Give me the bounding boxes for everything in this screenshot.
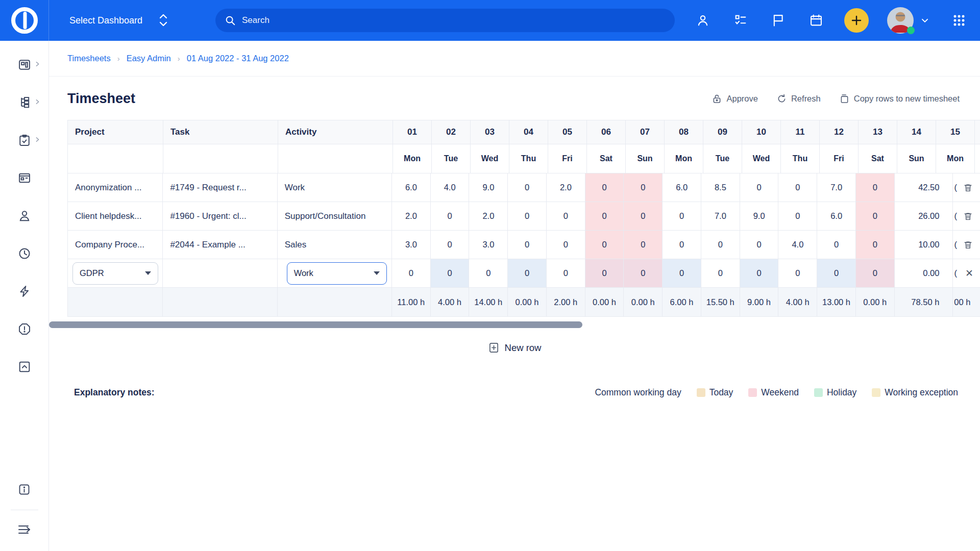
day-cell[interactable]: 0 bbox=[856, 173, 895, 202]
day-cell[interactable]: 6.0 bbox=[663, 173, 701, 202]
breadcrumb-easy-admin[interactable]: Easy Admin bbox=[127, 54, 171, 63]
day-cell[interactable]: 0 bbox=[856, 231, 895, 259]
delete-row-button[interactable] bbox=[963, 183, 973, 193]
sidebar-item-projects[interactable] bbox=[0, 95, 49, 133]
day-cell[interactable]: 0 bbox=[585, 259, 624, 288]
activity-select[interactable]: Work bbox=[287, 262, 387, 285]
clipped-fragment: ( bbox=[954, 240, 957, 249]
checklist-icon[interactable] bbox=[733, 13, 748, 28]
day-cell[interactable]: 0 bbox=[508, 231, 547, 259]
user-icon[interactable] bbox=[695, 13, 710, 28]
day-cell[interactable]: 0 bbox=[663, 259, 701, 288]
day-cell[interactable]: 0 bbox=[778, 259, 817, 288]
day-cell[interactable]: 0 bbox=[624, 202, 663, 231]
sidebar-item-modules[interactable] bbox=[0, 171, 49, 209]
sidebar-item-archive[interactable] bbox=[0, 360, 49, 397]
search-bar[interactable] bbox=[215, 9, 675, 32]
day-cell[interactable]: 0 bbox=[508, 202, 547, 231]
day-cell[interactable]: 6.0 bbox=[817, 202, 856, 231]
day-cell[interactable]: 8.5 bbox=[701, 173, 740, 202]
sidebar-item-quick-actions[interactable] bbox=[0, 284, 49, 322]
day-cell[interactable]: 0 bbox=[740, 231, 779, 259]
day-cell[interactable]: 0 bbox=[585, 202, 624, 231]
day-cell[interactable]: 0 bbox=[701, 231, 740, 259]
approve-button[interactable]: Approve bbox=[712, 93, 757, 104]
day-cell[interactable]: 0 bbox=[469, 259, 508, 288]
day-cell[interactable]: 0 bbox=[778, 173, 817, 202]
sidebar-item-users[interactable] bbox=[0, 209, 49, 246]
delete-row-button[interactable] bbox=[963, 211, 973, 221]
day-cell[interactable]: 0 bbox=[817, 259, 856, 288]
day-cell[interactable]: 4.0 bbox=[431, 173, 470, 202]
sidebar-item-alerts[interactable] bbox=[0, 322, 49, 360]
day-cell[interactable]: 0 bbox=[701, 259, 740, 288]
day-cell[interactable]: 0 bbox=[740, 259, 779, 288]
day-cell[interactable]: 0 bbox=[508, 173, 547, 202]
chevron-down-icon[interactable] bbox=[920, 15, 930, 26]
day-cell[interactable]: 0 bbox=[547, 259, 585, 288]
sidebar-item-tasks[interactable] bbox=[0, 133, 49, 171]
lock-icon bbox=[712, 93, 722, 104]
day-cell[interactable]: 0 bbox=[431, 202, 470, 231]
day-cell[interactable]: 3.0 bbox=[469, 231, 508, 259]
day-cell[interactable]: 0 bbox=[431, 231, 470, 259]
main-content: Timesheets › Easy Admin › 01 Aug 2022 - … bbox=[49, 41, 980, 551]
day-cell[interactable]: 2.0 bbox=[392, 202, 431, 231]
day-cell[interactable]: 0 bbox=[740, 173, 779, 202]
search-input[interactable] bbox=[242, 15, 640, 26]
add-button[interactable] bbox=[844, 8, 869, 33]
day-cell[interactable]: 0 bbox=[856, 259, 895, 288]
breadcrumb-date-range[interactable]: 01 Aug 2022 - 31 Aug 2022 bbox=[187, 54, 289, 63]
day-cell[interactable]: 7.0 bbox=[817, 173, 856, 202]
day-cell[interactable]: 0 bbox=[585, 231, 624, 259]
day-cell[interactable]: 3.0 bbox=[392, 231, 431, 259]
day-cell[interactable]: 9.0 bbox=[469, 173, 508, 202]
sidebar-item-info[interactable] bbox=[17, 483, 31, 496]
day-total-cell: 6.00 h bbox=[663, 288, 701, 317]
avatar[interactable] bbox=[887, 7, 914, 34]
breadcrumb-timesheets[interactable]: Timesheets bbox=[67, 54, 111, 63]
timesheet-row: Company Proce...#2044 - Example ...Sales… bbox=[67, 231, 980, 259]
apps-grid-icon[interactable] bbox=[951, 13, 967, 28]
day-cell[interactable]: 0 bbox=[856, 202, 895, 231]
day-cell[interactable]: 2.0 bbox=[547, 173, 585, 202]
remove-row-button[interactable]: ✕ bbox=[965, 267, 973, 279]
day-cell[interactable]: 0 bbox=[547, 231, 585, 259]
delete-row-button[interactable] bbox=[963, 240, 973, 250]
calendar-icon[interactable] bbox=[808, 13, 824, 28]
dashboard-selector[interactable]: Select Dashboard bbox=[69, 13, 169, 28]
app-logo[interactable] bbox=[0, 0, 49, 41]
day-total-cell: 15.50 h bbox=[701, 288, 740, 317]
day-cell[interactable]: 9.0 bbox=[740, 202, 779, 231]
day-cell[interactable]: 0 bbox=[508, 259, 547, 288]
day-cell[interactable]: 0 bbox=[817, 231, 856, 259]
flag-icon[interactable] bbox=[771, 13, 786, 28]
activity-cell: Work bbox=[278, 259, 392, 288]
project-select[interactable]: GDPR bbox=[72, 262, 158, 285]
day-cell[interactable]: 0 bbox=[431, 259, 470, 288]
caret-down-icon bbox=[374, 271, 380, 275]
day-cell[interactable]: 0 bbox=[585, 173, 624, 202]
day-cell[interactable]: 0 bbox=[663, 202, 701, 231]
row-total-cell: 42.50 bbox=[895, 173, 953, 202]
column-header-day-01: 01 bbox=[393, 120, 432, 144]
day-cell[interactable]: 0 bbox=[624, 231, 663, 259]
day-cell[interactable]: 0 bbox=[663, 231, 701, 259]
copy-rows-button[interactable]: Copy rows to new timesheet bbox=[839, 93, 960, 104]
day-cell[interactable]: 2.0 bbox=[469, 202, 508, 231]
day-cell[interactable]: 4.0 bbox=[778, 231, 817, 259]
day-cell[interactable]: 6.0 bbox=[392, 173, 431, 202]
horizontal-scrollbar[interactable] bbox=[49, 321, 582, 328]
day-cell[interactable]: 0 bbox=[778, 202, 817, 231]
sidebar-item-time[interactable] bbox=[0, 246, 49, 284]
day-cell[interactable]: 0 bbox=[547, 202, 585, 231]
refresh-button[interactable]: Refresh bbox=[776, 93, 821, 104]
day-cell[interactable]: 0 bbox=[392, 259, 431, 288]
day-cell[interactable]: 0 bbox=[624, 259, 663, 288]
day-cell[interactable]: 7.0 bbox=[701, 202, 740, 231]
sidebar-collapse-button[interactable] bbox=[16, 522, 33, 537]
new-row-button[interactable]: New row bbox=[49, 342, 980, 354]
sidebar-item-dashboard[interactable] bbox=[0, 58, 49, 95]
project-cell: GDPR bbox=[67, 259, 163, 288]
day-cell[interactable]: 0 bbox=[624, 173, 663, 202]
